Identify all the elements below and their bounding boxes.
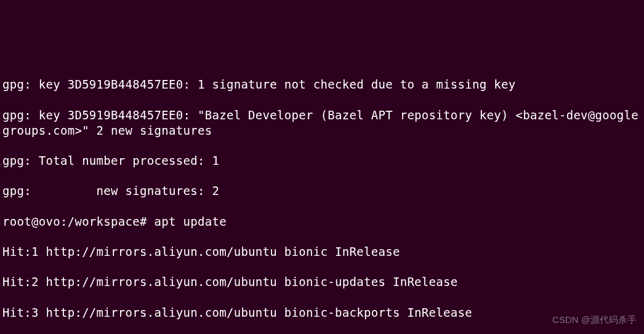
terminal-output[interactable]: gpg: key 3D5919B448457EE0: 1 signature n… (2, 62, 642, 334)
output-line: gpg: key 3D5919B448457EE0: "Bazel Develo… (2, 108, 642, 138)
output-line: root@ovo:/workspace# apt update (2, 214, 642, 229)
output-line: gpg: key 3D5919B448457EE0: 1 signature n… (2, 77, 642, 92)
output-line: gpg: Total number processed: 1 (2, 153, 642, 169)
watermark-text: CSDN @源代码杀手 (552, 314, 637, 326)
output-line: Hit:1 http://mirrors.aliyun.com/ubuntu b… (2, 244, 642, 260)
output-line: Hit:3 http://mirrors.aliyun.com/ubuntu b… (2, 305, 642, 320)
output-line: gpg: new signatures: 2 (2, 183, 642, 199)
output-line: Hit:2 http://mirrors.aliyun.com/ubuntu b… (2, 274, 642, 290)
